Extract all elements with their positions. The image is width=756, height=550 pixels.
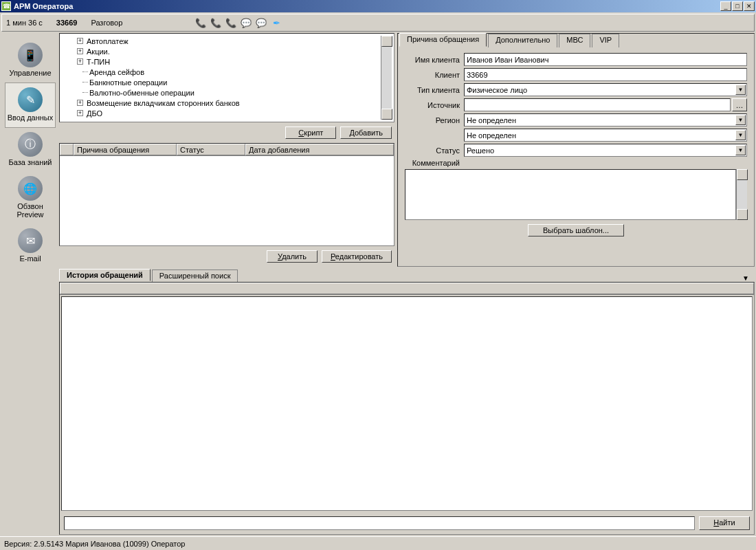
reasons-table-header: Причина обращения Статус Дата добавления [60,144,394,156]
minimize-button[interactable]: _ [720,1,731,11]
comment-textarea[interactable] [405,169,736,220]
expand-toggle-icon[interactable]: ▼ [742,274,749,282]
tree-node[interactable]: +Автоплатеж [62,36,381,46]
status-label: Статус [405,146,464,155]
titlebar: ☎ АРМ Оператора _ □ ✕ [0,0,756,12]
phone-orange-icon[interactable]: 📞 [225,16,237,29]
status-select[interactable]: Решено▼ [464,144,747,157]
tree-node[interactable]: +ДБО [62,108,381,118]
chevron-down-icon: ▼ [735,115,746,125]
call-timer: 1 мин 36 с [6,19,43,27]
globe-icon: 🌐 [18,176,43,201]
sidebar-item-knowledge-base[interactable]: ⓘ База знаний [5,128,56,172]
phone-gray-icon[interactable]: 📞 [194,16,207,29]
tree-node[interactable]: +Акции. [62,46,381,56]
call-id: 33669 [56,19,78,27]
window-title: АРМ Оператора [14,2,720,10]
history-results-area[interactable] [61,296,753,511]
client-label: Клиент [405,71,464,79]
tab-reason[interactable]: Причина обращения [399,33,487,47]
region2-select[interactable]: Не определен▼ [464,129,747,142]
reasons-table-body[interactable] [60,156,394,245]
edit-button[interactable]: Редактировать [322,250,392,263]
choose-template-button[interactable]: Выбрать шаблон... [528,224,624,236]
expand-icon[interactable]: + [77,38,83,44]
expand-icon[interactable]: + [77,58,83,65]
topic-tree: +Автоплатеж +Акции. +Т-ПИН Аренда сейфов… [59,33,394,122]
phone-device-icon: 📱 [18,43,43,67]
tab-additional[interactable]: Дополнительно [488,34,557,47]
history-column[interactable] [60,283,754,294]
tab-vip[interactable]: VIP [592,34,619,47]
tree-scrollbar[interactable] [381,36,392,120]
reason-column[interactable]: Причина обращения [74,144,177,155]
sidebar-item-label: E-mail [19,254,41,263]
tab-advanced-search[interactable]: Расширенный поиск [152,270,238,282]
history-body: Найти [59,282,755,535]
close-button[interactable]: ✕ [744,1,755,11]
pencil-icon: ✎ [18,87,43,112]
tab-history[interactable]: История обращений [59,269,151,281]
details-panel: Причина обращения Дополнительно МВС VIP … [397,33,755,267]
chevron-down-icon: ▼ [735,130,746,140]
sidebar-item-preview-dial[interactable]: 🌐 Обзвон Preview [5,172,56,224]
region-label: Регион [405,116,464,124]
sidebar-item-label: Обзвон Preview [5,202,56,219]
sidebar-item-email[interactable]: ✉ E-mail [5,224,56,268]
tree-node[interactable]: +Возмещение вкладчикам сторонних банков [62,98,381,108]
tab-mvs[interactable]: МВС [559,34,590,47]
comment-label: Комментарий [405,159,464,167]
add-button[interactable]: Добавить [340,126,392,139]
expand-icon[interactable]: + [77,48,83,54]
status-column[interactable]: Статус [177,144,245,155]
source-browse-button[interactable]: … [732,98,747,111]
delete-button[interactable]: Удалить [267,250,318,263]
name-input[interactable] [464,53,747,66]
call-toolbar: 📞 📞 📞 💬 💬 ✒ [194,16,282,29]
tree-leaf[interactable]: Банкнотные операции [62,77,381,87]
tree-leaf[interactable]: Аренда сейфов [62,67,381,77]
history-table-header[interactable] [60,283,754,295]
tree-leaf[interactable]: Валютно-обменные операции [62,87,381,98]
checkbox-column[interactable] [60,144,74,155]
main-area: +Автоплатеж +Акции. +Т-ПИН Аренда сейфов… [59,33,755,535]
sidebar-item-management[interactable]: 📱 Управление [5,38,56,82]
sidebar-item-label: Управление [9,69,51,77]
reasons-panel: +Автоплатеж +Акции. +Т-ПИН Аренда сейфов… [59,33,394,267]
window-controls: _ □ ✕ [720,1,755,11]
sidebar-item-data-entry[interactable]: ✎ Ввод данных [5,82,56,128]
tree-list[interactable]: +Автоплатеж +Акции. +Т-ПИН Аренда сейфов… [62,36,381,120]
sidebar-item-label: Ввод данных [8,113,54,122]
details-tabs: Причина обращения Дополнительно МВС VIP [399,34,753,47]
feather-icon[interactable]: ✒ [270,16,282,29]
phone-red-icon[interactable]: 📞 [210,16,222,29]
reason-form: Имя клиента Клиент Тип клиентаФизическое… [399,47,753,265]
expand-icon[interactable]: + [77,100,83,106]
chevron-down-icon: ▼ [735,145,746,155]
find-button[interactable]: Найти [699,516,750,530]
maximize-button[interactable]: □ [732,1,743,11]
status-bar: Версия: 2.9.5143 Мария Иванова (10099) О… [0,536,756,550]
name-label: Имя клиента [405,56,464,64]
client-input[interactable] [464,68,747,81]
type-select[interactable]: Физическое лицо▼ [464,83,747,96]
chat-green-icon[interactable]: 💬 [240,16,252,29]
source-input[interactable] [464,98,731,111]
comment-scrollbar[interactable] [736,169,747,220]
tree-node[interactable]: +Т-ПИН [62,56,381,67]
call-status: Разговор [91,19,122,27]
history-section: История обращений Расширенный поиск ▼ На… [59,270,755,535]
history-search-input[interactable] [64,516,695,530]
region-select[interactable]: Не определен▼ [464,113,747,126]
app-icon: ☎ [1,1,11,11]
chevron-down-icon: ▼ [735,85,746,95]
call-info-bar: 1 мин 36 с 33669 Разговор 📞 📞 📞 💬 💬 ✒ [1,14,755,32]
status-text: Версия: 2.9.5143 Мария Иванова (10099) О… [4,540,185,548]
chat-gray-icon[interactable]: 💬 [255,16,267,29]
source-label: Источник [405,101,464,109]
script-button[interactable]: Скрипт [285,126,336,139]
type-label: Тип клиента [405,86,464,94]
history-tabs: История обращений Расширенный поиск ▼ [59,270,755,282]
date-column[interactable]: Дата добавления [245,144,394,155]
expand-icon[interactable]: + [77,110,83,116]
